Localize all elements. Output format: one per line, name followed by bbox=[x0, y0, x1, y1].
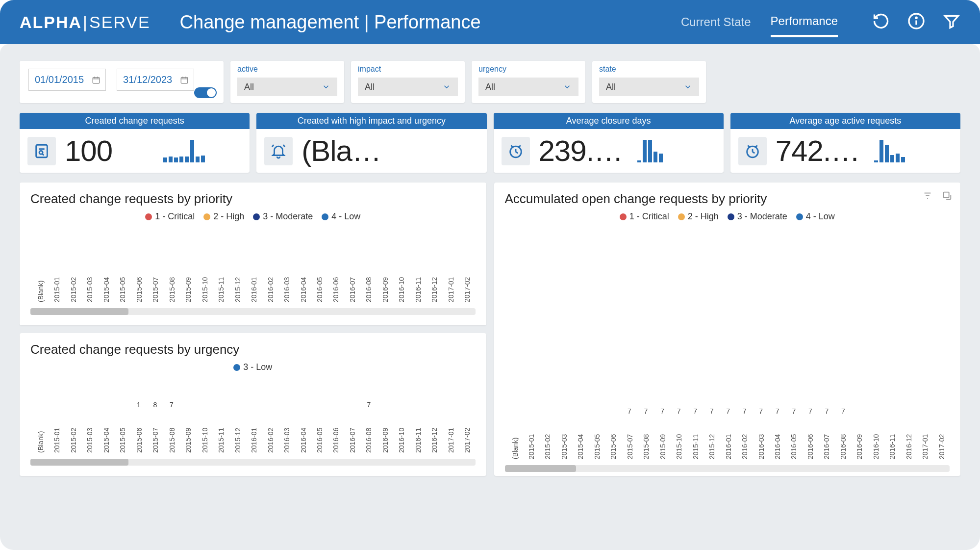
dropdown-urgency[interactable]: All bbox=[478, 78, 578, 96]
chart-xaxis: (Blank)2015-012015-022015-032015-042015-… bbox=[30, 260, 476, 304]
clock-icon bbox=[738, 137, 767, 165]
chart-title: Accumulated open change requests by prio… bbox=[505, 191, 950, 207]
refresh-icon[interactable] bbox=[872, 12, 890, 32]
kpi-value: (Bla… bbox=[302, 134, 381, 168]
kpi-title: Average closure days bbox=[494, 113, 724, 129]
page-title: Change management | Performance bbox=[180, 12, 481, 33]
brand-logo: ALPHA|SERVE bbox=[20, 13, 151, 32]
kpi-closure: Average closure days 239.… bbox=[494, 113, 724, 173]
info-icon[interactable] bbox=[907, 12, 925, 32]
filter-label: urgency bbox=[478, 65, 578, 74]
filter-active: active All bbox=[230, 61, 344, 103]
filter-state: state All bbox=[592, 61, 706, 103]
chart-scrollbar[interactable] bbox=[30, 459, 476, 466]
kpi-value: 239.… bbox=[539, 134, 623, 168]
chart-title: Created change requests by priority bbox=[30, 191, 476, 207]
filter-icon[interactable] bbox=[943, 12, 960, 32]
chart-plot: 1877 bbox=[30, 376, 476, 411]
focus-mode-icon[interactable] bbox=[942, 190, 953, 203]
date-start-input[interactable]: 01/01/2015 bbox=[28, 69, 106, 91]
kpi-title: Average age active requests bbox=[730, 113, 960, 129]
filter-label: impact bbox=[358, 65, 458, 74]
kpi-title: Created with high impact and urgency bbox=[256, 113, 486, 129]
chart-scrollbar[interactable] bbox=[505, 465, 950, 472]
svg-line-18 bbox=[511, 145, 513, 147]
chart-scrollbar[interactable] bbox=[30, 308, 476, 315]
chart-plot bbox=[30, 226, 476, 260]
filter-impact: impact All bbox=[351, 61, 465, 103]
dropdown-active[interactable]: All bbox=[237, 78, 337, 96]
filter-label: active bbox=[237, 65, 337, 74]
calendar-icon bbox=[92, 76, 101, 84]
header-actions bbox=[872, 12, 960, 32]
svg-line-24 bbox=[755, 145, 757, 147]
chart-plot: 77777777777777 bbox=[505, 226, 950, 417]
kpi-sparkline bbox=[163, 140, 242, 162]
calendar-icon bbox=[180, 76, 189, 84]
svg-line-23 bbox=[748, 145, 750, 147]
chart-accumulated: Accumulated open change requests by prio… bbox=[494, 183, 961, 476]
svg-rect-28 bbox=[944, 192, 949, 198]
dropdown-state[interactable]: All bbox=[599, 78, 699, 96]
svg-point-13 bbox=[39, 151, 43, 154]
chevron-down-icon bbox=[322, 82, 330, 91]
filter-urgency: urgency All bbox=[472, 61, 585, 103]
chart-legend: 3 - Low bbox=[30, 362, 476, 372]
filter-label: state bbox=[599, 65, 699, 74]
svg-rect-3 bbox=[93, 77, 100, 83]
chart-legend: 1 - Critical2 - High3 - Moderate4 - Low bbox=[505, 211, 950, 222]
kpi-title: Created change requests bbox=[20, 113, 250, 129]
dropdown-impact[interactable]: All bbox=[358, 78, 458, 96]
chart-xaxis: (Blank)2015-012015-022015-032015-042015-… bbox=[505, 417, 950, 461]
filter-small-icon[interactable] bbox=[922, 190, 933, 203]
svg-line-22 bbox=[753, 152, 754, 153]
chevron-down-icon bbox=[563, 82, 572, 91]
chart-by-urgency: Created change requests by urgency 3 - L… bbox=[20, 333, 486, 476]
svg-line-14 bbox=[42, 154, 44, 155]
document-icon bbox=[27, 137, 56, 165]
kpi-sparkline bbox=[874, 140, 953, 162]
chart-xaxis: (Blank)2015-012015-022015-032015-042015-… bbox=[30, 411, 476, 455]
nav-current-state[interactable]: Current State bbox=[681, 15, 751, 36]
kpi-age: Average age active requests 742.… bbox=[730, 113, 960, 173]
chevron-down-icon bbox=[683, 82, 692, 91]
filter-row: 01/01/2015 31/12/2023 active All impact … bbox=[20, 61, 960, 103]
svg-point-2 bbox=[916, 17, 917, 18]
kpi-created: Created change requests 100 bbox=[20, 113, 250, 173]
kpi-value: 742.… bbox=[776, 134, 860, 168]
kpi-value: 100 bbox=[65, 134, 112, 168]
date-toggle[interactable] bbox=[194, 87, 217, 98]
date-range-card: 01/01/2015 31/12/2023 bbox=[20, 61, 224, 103]
chart-grid: Created change requests by priority 1 - … bbox=[20, 183, 960, 476]
app-header: ALPHA|SERVE Change management | Performa… bbox=[0, 0, 980, 44]
chevron-down-icon bbox=[442, 82, 451, 91]
clock-icon bbox=[502, 137, 530, 165]
svg-rect-7 bbox=[181, 77, 188, 83]
top-nav: Current State Performance bbox=[681, 7, 838, 37]
kpi-sparkline bbox=[637, 140, 716, 162]
chart-title: Created change requests by urgency bbox=[30, 342, 476, 357]
page-body: 01/01/2015 31/12/2023 active All impact … bbox=[0, 44, 980, 550]
svg-line-17 bbox=[516, 152, 518, 153]
kpi-high-impact: Created with high impact and urgency (Bl… bbox=[256, 113, 486, 173]
chart-by-priority: Created change requests by priority 1 - … bbox=[20, 183, 486, 325]
bell-icon bbox=[264, 137, 293, 165]
svg-line-19 bbox=[518, 145, 520, 147]
chart-legend: 1 - Critical2 - High3 - Moderate4 - Low bbox=[30, 211, 476, 222]
kpi-row: Created change requests 100 Created with… bbox=[20, 113, 960, 173]
date-end-input[interactable]: 31/12/2023 bbox=[117, 69, 194, 91]
nav-performance[interactable]: Performance bbox=[771, 14, 838, 37]
